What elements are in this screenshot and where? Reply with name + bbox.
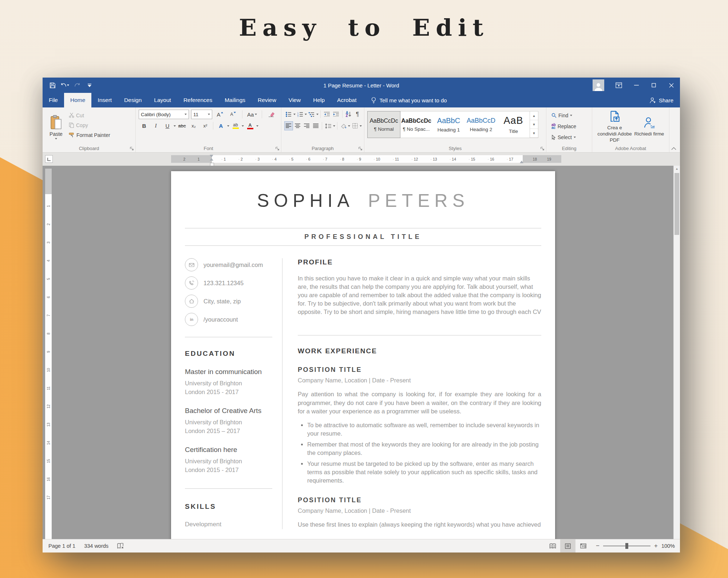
save-icon[interactable] bbox=[47, 80, 58, 91]
format-painter-button[interactable]: Format Painter bbox=[67, 130, 112, 140]
align-center-button[interactable] bbox=[293, 121, 302, 130]
zoom-level[interactable]: 100% bbox=[661, 543, 675, 549]
maximize-button[interactable] bbox=[645, 78, 662, 93]
select-caret[interactable] bbox=[574, 137, 576, 138]
line-spacing-button[interactable] bbox=[324, 121, 333, 130]
strikethrough-button[interactable]: abc bbox=[177, 121, 187, 130]
tab-references[interactable]: References bbox=[177, 93, 218, 107]
decrease-indent-button[interactable] bbox=[323, 110, 331, 119]
find-caret[interactable] bbox=[570, 115, 572, 116]
right-indent-marker[interactable] bbox=[520, 156, 523, 161]
font-color-caret[interactable] bbox=[256, 125, 258, 127]
horizontal-ruler[interactable]: 21 1 2 3 4 5 6 7 8 bbox=[171, 155, 561, 163]
align-left-button[interactable] bbox=[284, 121, 293, 130]
zoom-in-button[interactable]: + bbox=[654, 542, 658, 550]
scroll-up-icon[interactable]: ▲ bbox=[674, 166, 680, 172]
shading-caret[interactable] bbox=[348, 125, 350, 127]
word-count[interactable]: 334 words bbox=[80, 543, 113, 549]
undo-dropdown-caret[interactable] bbox=[67, 84, 69, 86]
borders-button[interactable] bbox=[351, 121, 359, 130]
profile-body[interactable]: In this section you have to make it clea… bbox=[298, 274, 541, 316]
multilevel-list-button[interactable] bbox=[307, 110, 316, 119]
underline-button[interactable]: U bbox=[162, 121, 173, 130]
vertical-scrollbar[interactable]: ▲ bbox=[673, 166, 680, 539]
style-title[interactable]: AaB Title bbox=[497, 111, 530, 138]
styles-scrollbar[interactable]: ▲ ▼ ▼ bbox=[530, 111, 538, 138]
style-no-spacing[interactable]: AaBbCcDc ¶ No Spac... bbox=[400, 111, 432, 138]
font-name-combo[interactable]: Calibri (Body) bbox=[139, 110, 189, 119]
style-heading1[interactable]: AaBbC Heading 1 bbox=[432, 111, 465, 138]
highlight-caret[interactable] bbox=[242, 125, 244, 127]
font-color-button[interactable]: A bbox=[245, 121, 256, 130]
tab-layout[interactable]: Layout bbox=[148, 93, 177, 107]
style-normal[interactable]: AaBbCcDc ¶ Normal bbox=[368, 111, 400, 138]
grow-font-button[interactable]: A bbox=[214, 110, 225, 119]
tab-design[interactable]: Design bbox=[118, 93, 148, 107]
professional-title-block[interactable]: PROFESSIONAL TITLE bbox=[185, 228, 541, 246]
line-spacing-caret[interactable] bbox=[333, 125, 335, 127]
contact-phone-row[interactable]: 123.321.12345 bbox=[185, 276, 272, 290]
tab-help[interactable]: Help bbox=[307, 93, 331, 107]
text-effects-caret[interactable] bbox=[227, 125, 229, 127]
shading-button[interactable] bbox=[339, 121, 348, 130]
text-effects-button[interactable]: A bbox=[215, 121, 226, 130]
bullet-list-button[interactable] bbox=[284, 110, 293, 119]
tab-view[interactable]: View bbox=[282, 93, 307, 107]
zoom-slider[interactable] bbox=[603, 546, 650, 546]
change-case-button[interactable]: Aa bbox=[246, 110, 258, 119]
contact-email-row[interactable]: youremail@gmail.com bbox=[185, 258, 272, 271]
font-dialog-launcher[interactable] bbox=[276, 147, 280, 151]
highlight-button[interactable]: ab bbox=[230, 121, 241, 130]
subscript-button[interactable]: x₂ bbox=[188, 121, 199, 130]
undo-button[interactable] bbox=[59, 80, 70, 91]
paste-button[interactable]: Paste bbox=[46, 110, 67, 144]
increase-indent-button[interactable] bbox=[332, 110, 340, 119]
find-button[interactable]: Find bbox=[549, 110, 590, 120]
justify-button[interactable] bbox=[311, 121, 320, 130]
font-size-combo[interactable]: 11 bbox=[191, 110, 212, 119]
education-heading[interactable]: EDUCATION bbox=[185, 350, 272, 358]
superscript-button[interactable]: x² bbox=[200, 121, 211, 130]
position2-title[interactable]: POSITION TITLE bbox=[298, 496, 541, 504]
underline-dropdown-caret[interactable] bbox=[174, 125, 176, 127]
replace-button[interactable]: abac Replace bbox=[549, 121, 590, 131]
tab-review[interactable]: Review bbox=[252, 93, 282, 107]
paste-dropdown-caret[interactable] bbox=[55, 138, 57, 139]
document-page[interactable]: SOPHIA PETERS PROFESSIONAL TITLE yourema… bbox=[171, 171, 555, 539]
zoom-out-button[interactable]: − bbox=[596, 542, 600, 550]
scrollbar-thumb[interactable] bbox=[674, 173, 679, 235]
skills-heading[interactable]: SKILLS bbox=[185, 503, 272, 511]
contact-address-row[interactable]: City, state, zip bbox=[185, 295, 272, 308]
account-avatar[interactable] bbox=[593, 79, 604, 91]
profile-heading[interactable]: PROFILE bbox=[298, 258, 541, 266]
clipboard-dialog-launcher[interactable] bbox=[130, 147, 134, 151]
resume-name[interactable]: SOPHIA PETERS bbox=[185, 190, 541, 211]
customize-qat-icon[interactable] bbox=[84, 80, 95, 91]
vertical-ruler[interactable]: 1 2 3 4 5 6 7 8 9 10 11 12 bbox=[45, 169, 52, 539]
borders-caret[interactable] bbox=[360, 125, 362, 127]
show-paragraph-marks-button[interactable]: ¶ bbox=[353, 110, 362, 119]
education-entry[interactable]: Certification here University of Brighto… bbox=[185, 446, 272, 475]
education-entry[interactable]: Bachelor of Creative Arts University of … bbox=[185, 407, 272, 436]
numbered-list-caret[interactable] bbox=[305, 114, 307, 115]
share-button[interactable]: Share bbox=[643, 93, 680, 107]
web-layout-button[interactable] bbox=[575, 539, 591, 553]
read-mode-button[interactable] bbox=[545, 539, 560, 553]
work-experience-heading[interactable]: WORK EXPERIENCE bbox=[298, 347, 541, 355]
contact-linkedin-row[interactable]: in /youraccount bbox=[185, 313, 272, 326]
close-button[interactable] bbox=[662, 78, 680, 93]
tab-insert[interactable]: Insert bbox=[91, 93, 118, 107]
position1-title[interactable]: POSITION TITLE bbox=[298, 366, 541, 374]
tab-mailings[interactable]: Mailings bbox=[218, 93, 252, 107]
select-button[interactable]: Select bbox=[549, 132, 590, 142]
proofing-status-icon[interactable] bbox=[113, 543, 128, 549]
collapse-ribbon-icon[interactable] bbox=[671, 147, 676, 150]
tell-me-box[interactable]: Tell me what you want to do bbox=[366, 93, 452, 107]
minimize-button[interactable] bbox=[628, 78, 645, 93]
paragraph-dialog-launcher[interactable] bbox=[359, 147, 363, 151]
style-heading2[interactable]: AaBbCcD Heading 2 bbox=[465, 111, 497, 138]
ribbon-display-options-icon[interactable] bbox=[610, 78, 628, 93]
indent-markers[interactable] bbox=[210, 155, 213, 161]
numbered-list-button[interactable]: 123 bbox=[296, 110, 305, 119]
clear-formatting-button[interactable] bbox=[266, 110, 277, 119]
